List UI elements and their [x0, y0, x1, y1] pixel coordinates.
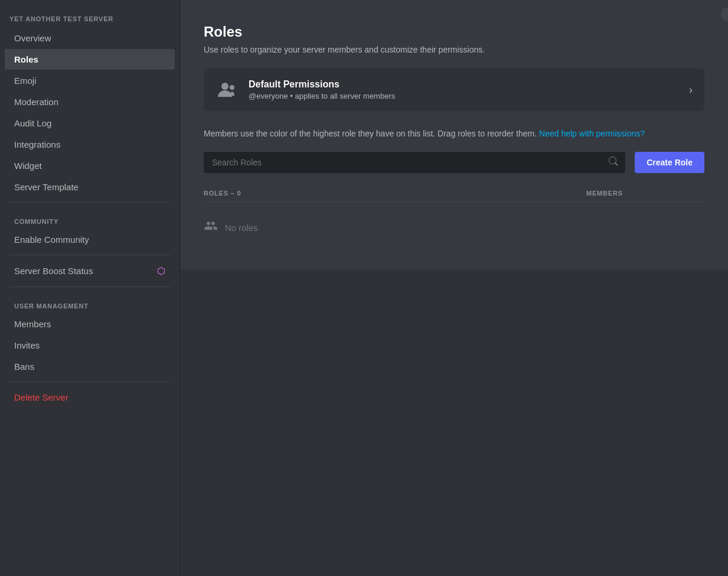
- sidebar-item-label: Bans: [14, 362, 34, 372]
- boost-icon: ⬡: [157, 265, 165, 276]
- sidebar-item-label: Invites: [14, 340, 40, 350]
- sidebar-item-label: Members: [14, 319, 51, 329]
- svg-point-1: [230, 85, 234, 90]
- community-section-label: COMMUNITY: [0, 207, 179, 229]
- no-roles-row: No roles: [204, 209, 704, 246]
- roles-table-header: ROLES – 0 MEMBERS: [204, 187, 704, 202]
- sidebar-item-label: Emoji: [14, 76, 37, 86]
- sidebar-divider-4: [9, 382, 170, 382]
- sidebar-item-invites[interactable]: Invites: [5, 335, 175, 356]
- sidebar-item-integrations[interactable]: Integrations: [5, 134, 175, 155]
- main-content: Roles Use roles to organize your server …: [180, 0, 728, 269]
- sidebar-item-members[interactable]: Members: [5, 314, 175, 334]
- sidebar-item-label: Server Template: [14, 182, 79, 192]
- sidebar-item-label: Roles: [14, 54, 38, 64]
- sidebar-item-label: Overview: [14, 33, 51, 43]
- sidebar-item-emoji[interactable]: Emoji: [5, 70, 175, 91]
- main-wrapper: Roles Use roles to organize your server …: [180, 0, 728, 576]
- sidebar-item-server-template[interactable]: Server Template: [5, 177, 175, 197]
- sidebar-item-label: Moderation: [14, 97, 58, 107]
- sidebar-item-moderation[interactable]: Moderation: [5, 92, 175, 112]
- sidebar: YET ANOTHER TEST SERVER Overview Roles E…: [0, 0, 180, 576]
- sidebar-item-widget[interactable]: Widget: [5, 155, 175, 176]
- chevron-right-icon: ›: [689, 84, 693, 96]
- default-permissions-icon: [216, 78, 239, 102]
- page-title: Roles: [204, 24, 704, 40]
- sidebar-item-roles[interactable]: Roles: [5, 49, 175, 70]
- sidebar-item-label: Server Boost Status: [14, 266, 93, 276]
- search-input[interactable]: [204, 152, 625, 173]
- sidebar-item-audit-log[interactable]: Audit Log: [5, 113, 175, 134]
- default-permissions-info: Default Permissions @everyone • applies …: [249, 79, 689, 100]
- sidebar-divider-1: [9, 202, 170, 203]
- search-row: Create Role: [204, 152, 704, 173]
- create-role-button[interactable]: Create Role: [635, 152, 704, 173]
- sidebar-divider-2: [9, 255, 170, 255]
- no-roles-text: No roles: [225, 223, 258, 233]
- sidebar-item-label: Enable Community: [14, 235, 89, 245]
- svg-point-0: [221, 83, 228, 90]
- members-column-label: MEMBERS: [586, 190, 704, 197]
- no-roles-icon: [204, 219, 218, 236]
- sidebar-item-label: Audit Log: [14, 118, 51, 128]
- user-management-section-label: USER MANAGEMENT: [0, 292, 179, 313]
- sidebar-item-bans[interactable]: Bans: [5, 356, 175, 377]
- sidebar-item-label: Widget: [14, 161, 42, 171]
- sidebar-item-server-boost-status[interactable]: Server Boost Status ⬡: [5, 260, 175, 282]
- sidebar-item-overview[interactable]: Overview: [5, 28, 175, 48]
- sidebar-item-label: Integrations: [14, 139, 60, 149]
- search-input-wrapper: [204, 152, 625, 173]
- sidebar-divider-3: [9, 287, 170, 287]
- help-link[interactable]: Need help with permissions?: [539, 129, 645, 138]
- server-name: YET ANOTHER TEST SERVER: [0, 12, 179, 27]
- delete-server-label: Delete Server: [14, 392, 68, 402]
- help-text-before-link: Members use the color of the highest rol…: [204, 129, 537, 138]
- default-permissions-subtitle: @everyone • applies to all server member…: [249, 92, 689, 100]
- default-permissions-title: Default Permissions: [249, 79, 689, 90]
- sidebar-item-enable-community[interactable]: Enable Community: [5, 229, 175, 250]
- default-permissions-card[interactable]: Default Permissions @everyone • applies …: [204, 69, 704, 111]
- page-subtitle: Use roles to organize your server member…: [204, 45, 704, 54]
- roles-column-label: ROLES – 0: [204, 190, 586, 197]
- help-text: Members use the color of the highest rol…: [204, 128, 704, 140]
- delete-server-item[interactable]: Delete Server: [5, 387, 175, 408]
